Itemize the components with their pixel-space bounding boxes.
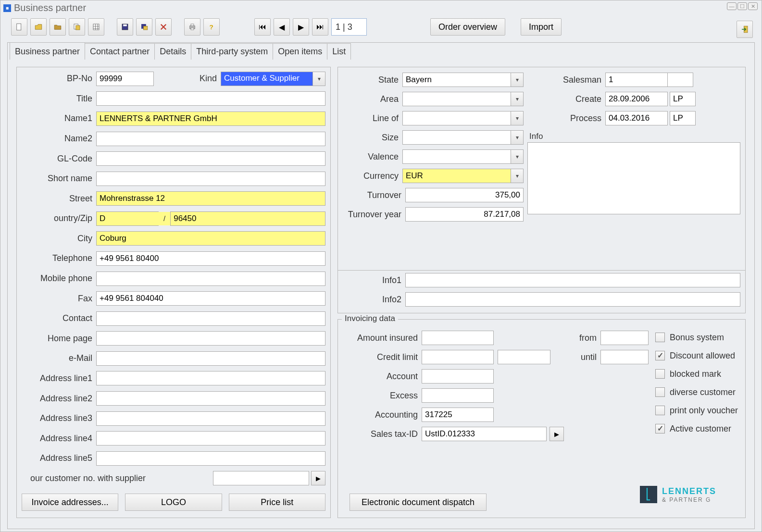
- zip-field[interactable]: [170, 211, 325, 226]
- chevron-down-icon[interactable]: ▾: [511, 169, 523, 183]
- credit-limit-combo[interactable]: ▾: [498, 350, 550, 364]
- state-combo[interactable]: ▾: [402, 73, 524, 87]
- account-field[interactable]: [422, 369, 494, 384]
- svg-rect-2: [76, 25, 80, 30]
- turnover-field[interactable]: [405, 188, 524, 202]
- tab-details[interactable]: Details: [154, 43, 191, 60]
- valence-combo[interactable]: ▾: [402, 149, 524, 164]
- delete-button[interactable]: [155, 18, 172, 36]
- tab-open-items[interactable]: Open items: [273, 43, 327, 60]
- name1-field[interactable]: [96, 111, 325, 126]
- last-button[interactable]: ⏭: [312, 18, 328, 36]
- country-combo[interactable]: ▾: [96, 211, 159, 226]
- accounting-field[interactable]: [422, 408, 494, 422]
- electronic-dispatch-button[interactable]: Electronic document dispatch: [350, 494, 487, 511]
- homepage-field[interactable]: [96, 331, 325, 346]
- fax-field[interactable]: [96, 291, 325, 306]
- addr2-field[interactable]: [96, 391, 325, 406]
- credit-limit-label: Credit limit: [344, 352, 422, 362]
- new-button[interactable]: [11, 18, 27, 36]
- chevron-down-icon[interactable]: ▾: [511, 73, 523, 87]
- check-discount-allowed[interactable]: Discount allowed: [655, 346, 739, 365]
- credit-limit-field[interactable]: [422, 350, 494, 364]
- bp-no-field[interactable]: [96, 72, 154, 86]
- chevron-down-icon[interactable]: ▾: [511, 111, 523, 125]
- print-button[interactable]: [184, 18, 200, 36]
- city-field[interactable]: [96, 231, 325, 246]
- ourcust-lookup-button[interactable]: ▶: [311, 471, 325, 485]
- salestax-field[interactable]: [422, 427, 547, 441]
- chevron-down-icon[interactable]: ▾: [312, 72, 325, 86]
- shortname-field[interactable]: [96, 172, 325, 186]
- currency-combo[interactable]: ▾: [402, 169, 524, 183]
- info2-field[interactable]: [405, 292, 740, 307]
- check-blocked-mark[interactable]: blocked mark: [655, 365, 739, 383]
- report-button[interactable]: [69, 18, 85, 36]
- title-field[interactable]: [96, 91, 325, 106]
- logo-button[interactable]: LOGO: [125, 494, 222, 511]
- addr3-field[interactable]: [96, 411, 325, 426]
- open-button[interactable]: [30, 18, 47, 36]
- maximize-icon[interactable]: ☐: [737, 2, 747, 10]
- help-button[interactable]: ?: [203, 18, 220, 36]
- excess-field[interactable]: [422, 388, 494, 403]
- kind-combo[interactable]: Customer & Supplier ▾: [221, 72, 325, 86]
- addr4-field[interactable]: [96, 431, 325, 445]
- mobile-field[interactable]: [96, 272, 325, 286]
- size-combo[interactable]: ▾: [402, 130, 524, 145]
- info1-field[interactable]: [405, 273, 740, 287]
- size-field[interactable]: [403, 131, 511, 144]
- invoice-addresses-button[interactable]: Invoice addresses...: [22, 494, 118, 511]
- tab-third-party[interactable]: Third-party system: [191, 43, 273, 60]
- area-field[interactable]: [403, 92, 511, 106]
- exit-button[interactable]: [737, 21, 753, 38]
- price-list-button[interactable]: Price list: [229, 494, 325, 511]
- from-field[interactable]: [600, 331, 649, 345]
- contact-field[interactable]: [96, 311, 325, 326]
- valence-field[interactable]: [403, 150, 511, 163]
- close-icon[interactable]: ✕: [748, 2, 758, 10]
- chevron-down-icon[interactable]: ▾: [511, 92, 523, 106]
- amount-insured-field[interactable]: [422, 331, 494, 345]
- prev-button[interactable]: ◀: [274, 18, 290, 36]
- chevron-down-icon[interactable]: ▾: [511, 131, 523, 144]
- lineof-field[interactable]: [403, 111, 511, 125]
- tab-business-partner[interactable]: Business partner: [10, 42, 85, 60]
- save-button[interactable]: [117, 18, 133, 36]
- email-field[interactable]: [96, 351, 325, 366]
- check-bonus-system[interactable]: Bonus system: [655, 328, 739, 346]
- addr5-field[interactable]: [96, 451, 325, 466]
- grid-button[interactable]: [88, 18, 104, 36]
- tab-list[interactable]: List: [327, 43, 351, 60]
- lineof-combo[interactable]: ▾: [402, 111, 524, 125]
- street-field[interactable]: [96, 191, 325, 206]
- open-folder-button[interactable]: [50, 18, 66, 36]
- glcode-field[interactable]: [96, 151, 325, 166]
- check-print-only-voucher[interactable]: print only voucher: [655, 401, 739, 420]
- order-overview-button[interactable]: Order overview: [430, 18, 505, 36]
- minimize-icon[interactable]: —: [727, 2, 737, 10]
- salestax-lookup-button[interactable]: ▶: [550, 427, 564, 441]
- process-label: Process: [527, 113, 605, 124]
- info-textarea[interactable]: [527, 142, 740, 214]
- homepage-label: Home page: [22, 334, 96, 344]
- ourcust-field[interactable]: [213, 471, 309, 485]
- name2-field[interactable]: [96, 132, 325, 146]
- state-field[interactable]: [403, 73, 511, 87]
- salesman-field[interactable]: [605, 73, 668, 87]
- check-active-customer[interactable]: Active customer: [655, 420, 739, 438]
- telephone-field[interactable]: [96, 251, 325, 266]
- chevron-down-icon[interactable]: ▾: [511, 150, 523, 163]
- first-button[interactable]: ⏮: [254, 18, 271, 36]
- turnover-year-field[interactable]: [405, 207, 524, 222]
- tab-contact-partner[interactable]: Contact partner: [85, 43, 155, 60]
- next-button[interactable]: ▶: [293, 18, 309, 36]
- save-folder-button[interactable]: [136, 18, 152, 36]
- area-combo[interactable]: ▾: [402, 92, 524, 106]
- until-field[interactable]: [600, 350, 649, 364]
- addr1-field[interactable]: [96, 371, 325, 385]
- check-diverse-customer[interactable]: diverse customer: [655, 383, 739, 401]
- import-button[interactable]: Import: [521, 18, 562, 36]
- ourcust-label: our customer no. with supplier: [22, 473, 152, 483]
- currency-field[interactable]: [403, 169, 511, 183]
